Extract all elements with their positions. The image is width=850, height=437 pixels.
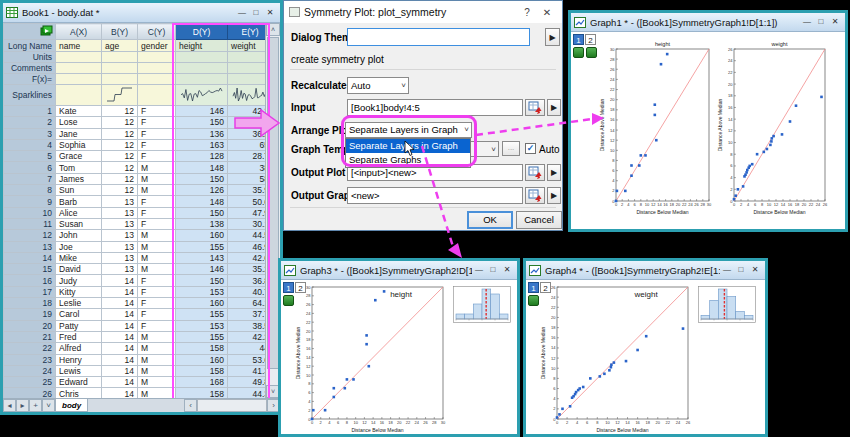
cell[interactable]: 14 bbox=[102, 309, 138, 320]
row-number[interactable]: 20 bbox=[4, 320, 56, 331]
cell[interactable]: 14 bbox=[102, 377, 138, 388]
height-symmetry-plot[interactable]: 0022446688101012121414161618182020222224… bbox=[295, 282, 447, 434]
label-row[interactable]: Comments bbox=[4, 63, 56, 74]
scroll-left-icon[interactable]: ‹ bbox=[184, 399, 197, 412]
cell[interactable]: 13 bbox=[102, 241, 138, 252]
cell[interactable]: 146 bbox=[176, 264, 228, 275]
cell[interactable]: Jane bbox=[56, 128, 102, 139]
cell[interactable]: M bbox=[138, 241, 176, 252]
select-range-icon[interactable] bbox=[525, 187, 545, 204]
cell[interactable]: 12 bbox=[102, 117, 138, 128]
cell[interactable]: Kate bbox=[56, 106, 102, 117]
select-range-icon[interactable] bbox=[525, 99, 545, 116]
cell[interactable]: M bbox=[138, 365, 176, 376]
row-number[interactable]: 22 bbox=[4, 343, 56, 354]
cell[interactable]: 13 bbox=[102, 252, 138, 263]
minimize-icon[interactable]: — bbox=[472, 264, 486, 276]
cell[interactable]: Grace bbox=[56, 151, 102, 162]
layer2-badge[interactable]: 2 bbox=[295, 282, 306, 293]
header-cell[interactable] bbox=[176, 74, 228, 85]
header-cell[interactable] bbox=[56, 63, 102, 74]
cell[interactable]: 12 bbox=[102, 151, 138, 162]
cell[interactable]: 155 bbox=[176, 309, 228, 320]
cell[interactable]: Alice bbox=[56, 207, 102, 218]
row-number[interactable]: 3 bbox=[4, 128, 56, 139]
cell[interactable]: 148 bbox=[176, 196, 228, 207]
row-number[interactable]: 13 bbox=[4, 241, 56, 252]
recalculate-lock-icon[interactable] bbox=[283, 295, 294, 306]
cell[interactable]: 14 bbox=[102, 286, 138, 297]
worksheet-grid[interactable]: A(X)B(Y)C(Y)D(Y)E(Y)Long Namenameagegend… bbox=[3, 23, 280, 412]
cell[interactable]: 160 bbox=[176, 298, 228, 309]
label-row[interactable]: Long Name bbox=[4, 40, 56, 52]
cell[interactable]: 155 bbox=[176, 241, 228, 252]
cell[interactable]: 14 bbox=[102, 298, 138, 309]
cell[interactable]: 12 bbox=[102, 162, 138, 173]
row-number[interactable]: 7 bbox=[4, 173, 56, 184]
recalculate-lock-icon[interactable] bbox=[528, 295, 539, 306]
minimize-icon[interactable]: — bbox=[720, 264, 734, 276]
header-cell[interactable]: gender bbox=[138, 40, 176, 52]
close-icon[interactable]: ✕ bbox=[537, 7, 557, 18]
cell[interactable]: M bbox=[138, 185, 176, 196]
close-icon[interactable]: ✕ bbox=[500, 264, 514, 276]
cell[interactable]: 12 bbox=[102, 128, 138, 139]
cell[interactable]: 126 bbox=[176, 185, 228, 196]
tab-add-icon[interactable]: + bbox=[29, 399, 42, 412]
cell[interactable]: 153 bbox=[176, 286, 228, 297]
close-icon[interactable]: ✕ bbox=[748, 264, 762, 276]
row-number[interactable]: 1 bbox=[4, 106, 56, 117]
graph1-titlebar[interactable]: Graph1 * - ([Book1]SymmetryGraph1!D[1:1]… bbox=[571, 13, 845, 32]
cell[interactable]: 155 bbox=[176, 331, 228, 342]
origin-import-icon[interactable] bbox=[4, 24, 56, 40]
cell[interactable]: F bbox=[138, 106, 176, 117]
cell[interactable]: Sophia bbox=[56, 139, 102, 150]
cell[interactable]: F bbox=[138, 275, 176, 286]
cell[interactable]: F bbox=[138, 139, 176, 150]
row-number[interactable]: 14 bbox=[4, 252, 56, 263]
layer1-badge[interactable]: 1 bbox=[573, 34, 584, 45]
row-number[interactable]: 11 bbox=[4, 218, 56, 229]
theme-flyout-icon[interactable]: ▶ bbox=[545, 28, 560, 46]
height-histogram-inset[interactable] bbox=[453, 286, 511, 326]
cell[interactable]: 12 bbox=[102, 173, 138, 184]
cell[interactable]: Barb bbox=[56, 196, 102, 207]
recalculate-combobox[interactable]: Auto bbox=[347, 77, 409, 94]
cell[interactable]: F bbox=[138, 218, 176, 229]
layer1-badge[interactable]: 1 bbox=[283, 282, 294, 293]
cell[interactable]: F bbox=[138, 286, 176, 297]
row-number[interactable]: 2 bbox=[4, 117, 56, 128]
cell[interactable]: 14 bbox=[102, 365, 138, 376]
cell[interactable]: Edward bbox=[56, 377, 102, 388]
dropdown-option-separate-graphs[interactable]: Separate Graphs bbox=[346, 153, 470, 167]
cell[interactable]: F bbox=[138, 117, 176, 128]
cell[interactable]: 13 bbox=[102, 207, 138, 218]
cell[interactable]: 160 bbox=[176, 230, 228, 241]
output-graphs-field[interactable]: <new> bbox=[347, 187, 523, 204]
cell[interactable]: 143 bbox=[176, 252, 228, 263]
cell[interactable]: 150 bbox=[176, 117, 228, 128]
cell[interactable]: 14 bbox=[102, 275, 138, 286]
cell[interactable]: 150 bbox=[176, 207, 228, 218]
row-number[interactable]: 19 bbox=[4, 309, 56, 320]
layer2-badge[interactable]: 2 bbox=[585, 34, 596, 45]
dialog-theme-input[interactable] bbox=[347, 28, 530, 46]
cell[interactable]: 163 bbox=[176, 139, 228, 150]
cell[interactable]: 136 bbox=[176, 128, 228, 139]
cell[interactable]: M bbox=[138, 354, 176, 365]
dialog-titlebar[interactable]: Symmetry Plot: plot_symmetry ? ✕ bbox=[284, 1, 562, 23]
row-number[interactable]: 15 bbox=[4, 264, 56, 275]
cell[interactable]: 158 bbox=[176, 343, 228, 354]
input-flyout-icon[interactable]: ▶ bbox=[547, 99, 561, 116]
cell[interactable]: Tom bbox=[56, 162, 102, 173]
cell[interactable]: Henry bbox=[56, 354, 102, 365]
cell[interactable]: Leslie bbox=[56, 298, 102, 309]
row-number[interactable]: 12 bbox=[4, 230, 56, 241]
cell[interactable]: F bbox=[138, 309, 176, 320]
cell[interactable]: Lose bbox=[56, 117, 102, 128]
cell[interactable]: 150 bbox=[176, 173, 228, 184]
arrange-plots-combobox[interactable]: Separate Layers in Graph bbox=[345, 122, 472, 138]
layer2-badge[interactable]: 2 bbox=[540, 282, 551, 293]
column-header-C[interactable]: C(Y) bbox=[138, 24, 176, 40]
cell[interactable]: 160 bbox=[176, 354, 228, 365]
